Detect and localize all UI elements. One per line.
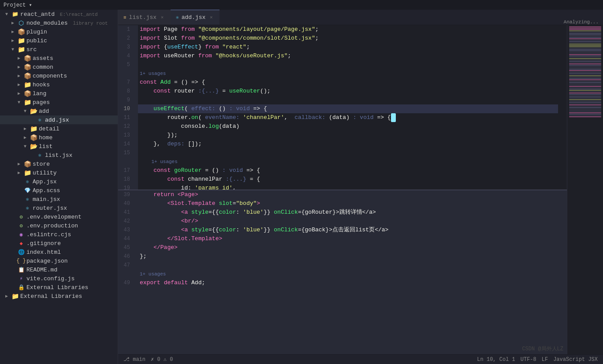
plugin-label: plugin bbox=[26, 29, 47, 35]
sidebar-item-store[interactable]: ▶ 📦 store bbox=[0, 160, 118, 168]
components-icon: 📦 bbox=[24, 72, 31, 79]
code-line-usages-2: 1+ usages bbox=[138, 157, 558, 166]
index-html-label: index.html bbox=[26, 249, 61, 256]
sidebar-item-pages[interactable]: ▼ 📁 pages bbox=[0, 98, 118, 107]
list-jsx-label: list.jsx bbox=[45, 152, 72, 159]
sidebar-item-project-root[interactable]: ▼ 📁 react_antd E:\react_antd bbox=[0, 10, 118, 19]
minimap-line bbox=[569, 32, 601, 33]
sidebar-item-eslint[interactable]: ◉ .eslintrc.cjs bbox=[0, 230, 118, 239]
ln-19: 19 bbox=[118, 184, 134, 190]
sidebar-item-router-jsx[interactable]: ⚛ router.jsx bbox=[0, 204, 118, 212]
sidebar-item-env-prod[interactable]: ⚙ .env.production bbox=[0, 221, 118, 230]
code-line-1: import Page from "@components/layout/pag… bbox=[138, 25, 558, 34]
sidebar-item-detail[interactable]: ▶ 📁 detail bbox=[0, 124, 118, 133]
code-line-11: router.on( eventName: 'channelPar', call… bbox=[138, 113, 558, 122]
sidebar-item-vite-config[interactable]: ⚡ vite.config.js bbox=[0, 274, 118, 283]
minimap-line bbox=[569, 52, 601, 52]
sidebar-item-index-html[interactable]: 🌐 index.html bbox=[0, 248, 118, 256]
minimap-line bbox=[569, 107, 601, 108]
minimap-line bbox=[569, 77, 601, 78]
minimap-line bbox=[569, 71, 601, 72]
tab-add-jsx[interactable]: ⚛ add.jsx × bbox=[171, 10, 220, 25]
add-folder-icon: 📂 bbox=[30, 108, 37, 115]
list-jsx-tab-close[interactable]: × bbox=[159, 15, 165, 21]
minimap-line bbox=[569, 114, 601, 115]
lower-code-line-39: return <Page> bbox=[138, 190, 558, 199]
lower-code-line-45: </Page> bbox=[138, 243, 558, 252]
tab-list-jsx[interactable]: ≡ list.jsx × bbox=[118, 10, 171, 25]
main-jsx-icon: ⚛ bbox=[24, 196, 31, 203]
sidebar-item-app-jsx[interactable]: ⚛ App.jsx bbox=[0, 177, 118, 186]
no-chevron bbox=[10, 214, 16, 220]
sidebar-item-gitignore[interactable]: ◆ .gitignore bbox=[0, 239, 118, 248]
no-chevron bbox=[10, 258, 16, 264]
sidebar-item-plugin[interactable]: ▶ 📦 plugin bbox=[0, 27, 118, 36]
minimap-line bbox=[569, 45, 601, 46]
list-folder-label: list bbox=[39, 143, 52, 150]
sidebar-item-yarn-lock[interactable]: 🔒 External Libraries bbox=[0, 283, 118, 292]
lower-code-line-41: <a style={{color: 'blue'}} onClick={goRo… bbox=[138, 208, 558, 217]
sidebar-item-package-json[interactable]: { } package.json bbox=[0, 256, 118, 265]
add-jsx-tab-close[interactable]: × bbox=[208, 15, 214, 21]
minimap-line bbox=[569, 65, 601, 66]
minimap-line bbox=[569, 48, 601, 48]
sidebar-item-readme[interactable]: 📋 README.md bbox=[0, 265, 118, 274]
utility-icon: 📁 bbox=[24, 169, 31, 176]
sidebar-item-common[interactable]: ▶ 📦 common bbox=[0, 63, 118, 71]
sidebar: ▼ 📁 react_antd E:\react_antd ▶ ⬡ node_mo… bbox=[0, 10, 118, 364]
minimap-line bbox=[569, 111, 601, 112]
sidebar-item-node-modules[interactable]: ▶ ⬡ node_modules library root bbox=[0, 19, 118, 27]
code-line-3: import {useEffect} from "react"; bbox=[138, 43, 558, 52]
sidebar-item-list-jsx[interactable]: ⚛ list.jsx bbox=[0, 151, 118, 160]
minimap-line bbox=[569, 56, 601, 56]
lower-code-line-49: export default Add; bbox=[138, 279, 558, 287]
chevron-right-icon: ▶ bbox=[16, 55, 22, 61]
ln-14: 14 bbox=[118, 140, 134, 149]
minimap-line bbox=[569, 54, 601, 55]
ln-15: 15 bbox=[118, 149, 134, 157]
upper-editor-pane[interactable]: 1 2 3 4 5 7 8 9 10 11 12 13 bbox=[118, 25, 567, 190]
no-chevron bbox=[28, 152, 34, 158]
sidebar-item-app-scss[interactable]: 💎 App.scss bbox=[0, 186, 118, 195]
minimap-line bbox=[569, 41, 601, 42]
sidebar-item-env-dev[interactable]: ⚙ .env.development bbox=[0, 212, 118, 221]
env-dev-label: .env.development bbox=[26, 214, 82, 220]
add-folder-label: add bbox=[39, 108, 49, 115]
sidebar-item-public[interactable]: ▶ 📁 public bbox=[0, 36, 118, 45]
minimap-line bbox=[569, 112, 601, 113]
lock-icon: 🔒 bbox=[18, 284, 25, 291]
code-line-2: import Slot from "@components/common/slo… bbox=[138, 34, 558, 43]
minimap bbox=[567, 25, 603, 354]
lower-code-line-46: }; bbox=[138, 252, 558, 261]
lower-editor-pane[interactable]: 39 40 41 42 43 44 45 46 47 49 bbox=[118, 190, 567, 355]
minimap-line bbox=[569, 42, 601, 43]
sidebar-item-main-jsx[interactable]: ⚛ main.jsx bbox=[0, 195, 118, 204]
sidebar-item-add-folder[interactable]: ▼ 📂 add bbox=[0, 107, 118, 115]
plugin-folder-icon: 📦 bbox=[18, 28, 25, 35]
sidebar-item-home[interactable]: ▶ 📦 home bbox=[0, 133, 118, 142]
minimap-line bbox=[569, 90, 601, 91]
sidebar-item-hooks[interactable]: ▶ 📁 hooks bbox=[0, 80, 118, 89]
no-chevron bbox=[10, 231, 16, 238]
lower-line-numbers: 39 40 41 42 43 44 45 46 47 49 bbox=[118, 190, 138, 355]
sidebar-item-components[interactable]: ▶ 📦 components bbox=[0, 71, 118, 80]
no-chevron bbox=[16, 205, 22, 211]
sidebar-item-ext-libs[interactable]: ▶ 📁 External Libraries bbox=[0, 292, 118, 301]
ln-13: 13 bbox=[118, 131, 134, 140]
git-branch: ⎇ main bbox=[123, 356, 145, 363]
sidebar-item-utility[interactable]: ▶ 📁 utility bbox=[0, 168, 118, 177]
sidebar-item-lang[interactable]: ▶ 📦 lang bbox=[0, 89, 118, 98]
minimap-line bbox=[569, 75, 601, 76]
chevron-right-icon: ▶ bbox=[16, 73, 22, 79]
sidebar-item-list-folder[interactable]: ▼ 📂 list bbox=[0, 142, 118, 151]
router-jsx-label: router.jsx bbox=[33, 205, 67, 212]
sidebar-item-src[interactable]: ▼ 📁 src bbox=[0, 45, 118, 54]
no-chevron bbox=[10, 284, 16, 290]
components-label: components bbox=[33, 73, 67, 79]
project-menu[interactable]: Project ▾ bbox=[4, 2, 32, 8]
minimap-line bbox=[569, 63, 601, 64]
chevron-down-icon: ▼ bbox=[22, 143, 28, 149]
sidebar-item-add-jsx[interactable]: ⚛ add.jsx bbox=[0, 115, 118, 124]
sidebar-item-assets[interactable]: ▶ 📦 assets bbox=[0, 54, 118, 63]
ln-3: 3 bbox=[118, 43, 134, 52]
